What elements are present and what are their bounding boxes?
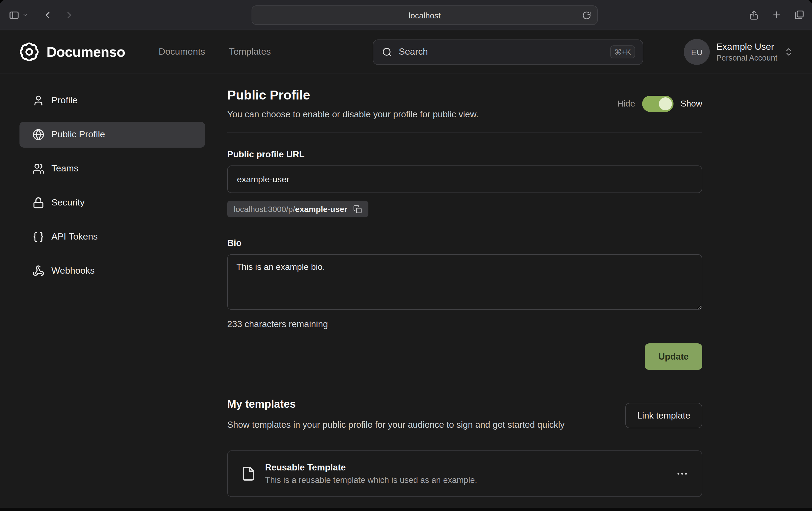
reload-icon[interactable] — [582, 11, 591, 20]
sidebar-toggle-icon[interactable] — [9, 9, 20, 20]
characters-remaining: 233 characters remaining — [227, 319, 702, 329]
brand[interactable]: Documenso — [19, 42, 125, 62]
my-templates-title: My templates — [227, 398, 564, 411]
globe-icon — [32, 129, 45, 141]
template-title: Reusable Template — [265, 462, 477, 473]
nav-templates[interactable]: Templates — [229, 47, 271, 57]
braces-icon — [32, 231, 45, 243]
file-icon — [241, 465, 256, 482]
link-template-button[interactable]: Link template — [626, 403, 702, 428]
copy-link-button[interactable] — [353, 205, 362, 213]
search-icon — [382, 47, 392, 57]
webhook-icon — [32, 265, 45, 277]
global-search[interactable]: ⌘+K — [373, 39, 643, 65]
sidebar-item-label: Teams — [51, 163, 79, 174]
avatar: EU — [684, 39, 710, 65]
toggle-show-label: Show — [680, 99, 702, 109]
new-tab-icon[interactable] — [772, 10, 782, 20]
user-icon — [32, 95, 45, 107]
sidebar-item-label: API Tokens — [51, 232, 98, 242]
copy-icon — [353, 205, 362, 213]
page-subtitle: You can choose to enable or disable your… — [227, 109, 478, 120]
nav-documents[interactable]: Documents — [158, 47, 205, 57]
user-account-type: Personal Account — [716, 53, 777, 63]
template-options-button[interactable] — [676, 467, 689, 480]
update-button[interactable]: Update — [645, 343, 702, 370]
address-bar-url: localhost — [409, 10, 441, 20]
app-window: localhost Documenso Documents — [0, 0, 812, 511]
chevron-down-icon[interactable] — [22, 12, 28, 18]
sidebar-item-label: Profile — [51, 95, 77, 106]
toggle-hide-label: Hide — [617, 99, 635, 109]
bio-textarea[interactable]: This is an example bio. — [227, 254, 702, 310]
bio-field-label: Bio — [227, 238, 702, 248]
url-field-label: Public profile URL — [227, 149, 702, 159]
app-header: Documenso Documents Templates ⌘+K EU Exa… — [0, 30, 812, 74]
sidebar-item-public-profile[interactable]: Public Profile — [20, 122, 205, 148]
tab-overview-icon[interactable] — [794, 10, 805, 20]
sidebar-item-webhooks[interactable]: Webhooks — [20, 258, 205, 284]
template-card[interactable]: Reusable Template This is a reusable tem… — [227, 450, 702, 497]
user-menu[interactable]: EU Example User Personal Account — [684, 39, 793, 65]
share-icon[interactable] — [749, 10, 759, 20]
sidebar-item-label: Security — [51, 198, 85, 208]
browser-toolbar: localhost — [0, 0, 812, 30]
sidebar-item-security[interactable]: Security — [20, 190, 205, 216]
my-templates-description: Show templates in your public profile fo… — [227, 417, 564, 431]
sidebar-item-profile[interactable]: Profile — [20, 88, 205, 114]
documenso-logo-icon — [19, 42, 39, 62]
settings-sidebar: Profile Public Profile Teams Security — [20, 88, 205, 497]
back-button[interactable] — [42, 9, 53, 20]
search-shortcut: ⌘+K — [610, 46, 635, 58]
user-name: Example User — [716, 41, 777, 53]
template-description: This is a reusable template which is use… — [265, 475, 477, 485]
sidebar-item-label: Public Profile — [51, 129, 105, 140]
divider — [227, 132, 702, 133]
public-profile-link[interactable]: localhost:3000/p/example-user — [227, 201, 369, 217]
address-bar[interactable]: localhost — [252, 5, 598, 25]
chevrons-up-down-icon — [784, 47, 793, 57]
lock-icon — [32, 197, 45, 209]
link-prefix: localhost:3000/p/ — [234, 204, 295, 214]
public-profile-url-input[interactable] — [227, 166, 702, 193]
public-profile-settings: Public Profile You can choose to enable … — [227, 88, 702, 497]
search-input[interactable] — [399, 47, 604, 57]
sidebar-item-api-tokens[interactable]: API Tokens — [20, 224, 205, 250]
users-icon — [32, 163, 45, 175]
toggle-thumb — [659, 97, 672, 110]
top-nav: Documents Templates — [158, 47, 271, 57]
sidebar-item-teams[interactable]: Teams — [20, 156, 205, 182]
forward-button[interactable] — [64, 9, 75, 20]
sidebar-item-label: Webhooks — [51, 266, 95, 276]
ellipsis-icon — [676, 467, 689, 480]
page-title: Public Profile — [227, 88, 478, 103]
brand-name: Documenso — [47, 43, 125, 60]
window-bottom-edge — [0, 508, 812, 511]
link-slug: example-user — [295, 204, 347, 214]
profile-visibility-toggle[interactable] — [642, 95, 673, 112]
